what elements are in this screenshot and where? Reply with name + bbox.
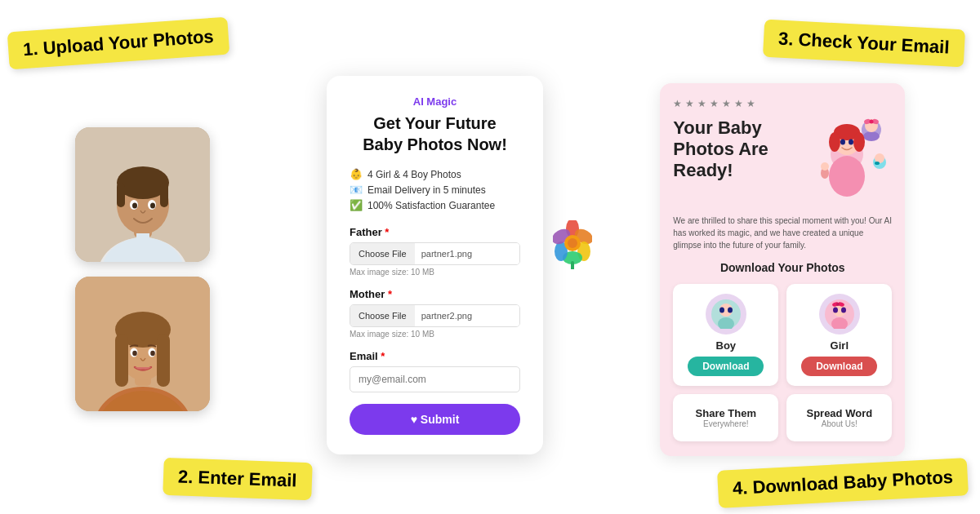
download-grid: Boy Download [673,284,892,441]
flower-decoration [553,220,592,273]
girl-download-btn[interactable]: Download [801,357,877,376]
ai-magic-label: AI Magic [350,95,520,108]
father-label: Father * [350,226,520,238]
spread-sub: About Us! [822,419,858,428]
photos-section [75,127,210,411]
svg-point-34 [568,238,577,248]
form-wrapper: AI Magic Get Your Future Baby Photos Now… [327,76,543,454]
svg-point-67 [836,303,840,306]
svg-point-48 [840,139,845,144]
feature-item-2: 📧 Email Delivery in 5 minutes [350,182,520,197]
svg-point-63 [833,307,838,312]
svg-rect-7 [160,183,168,207]
father-group: Father * Choose File partner1.png Max im… [350,226,520,277]
svg-rect-13 [136,233,149,250]
mother-filename: partner2.png [415,305,519,326]
star-7: ★ [746,98,755,109]
email-icon: 📧 [350,184,363,196]
svg-point-46 [829,132,840,152]
star-3: ★ [697,98,706,109]
boy-icon [706,294,746,335]
step2-label: 2. Enter Email [163,458,312,500]
star-6: ★ [734,98,743,109]
mother-max-size: Max image size: 10 MB [350,330,520,339]
svg-rect-21 [157,334,170,387]
girl-icon [819,294,860,335]
step1-label: 1. Upload Your Photos [7,17,229,70]
svg-point-59 [728,307,733,312]
stars-row: ★ ★ ★ ★ ★ ★ ★ [673,98,892,109]
mother-required: * [388,288,392,300]
father-max-size: Max image size: 10 MB [350,268,520,277]
svg-point-49 [849,139,853,144]
svg-point-11 [150,203,155,209]
feature-item-3: ✅ 100% Satisfaction Guarantee [350,197,520,213]
email-card-title: Your Baby Photos Are Ready! [673,117,793,182]
svg-rect-6 [117,183,125,207]
download-title: Download Your Photos [673,261,892,274]
email-card-top: Your Baby Photos Are Ready! [673,117,892,206]
svg-point-52 [875,162,880,165]
star-5: ★ [722,98,731,109]
email-required: * [381,350,385,362]
spread-item: Spread Word About Us! [786,394,892,441]
father-choose-file-btn[interactable]: Choose File [350,243,415,264]
father-file-input[interactable]: Choose File partner1.png [350,242,520,265]
step3-label: 3. Check Your Email [762,20,964,68]
feature-item-1: 👶 4 Girl & 4 Boy Photos [350,166,520,182]
svg-point-25 [150,351,155,356]
form-title: Get Your Future Baby Photos Now! [350,113,520,155]
share-sub: Everywhere! [703,419,749,428]
feature-text-1: 4 Girl & 4 Boy Photos [368,169,461,180]
father-filename: partner1.png [415,243,519,264]
email-preview-section: ★ ★ ★ ★ ★ ★ ★ Your Baby Photos Are Ready… [660,83,905,456]
baby-illustration [810,117,892,206]
email-card: ★ ★ ★ ★ ★ ★ ★ Your Baby Photos Are Ready… [660,83,905,456]
svg-point-47 [853,132,865,152]
baby-icon: 👶 [350,168,363,180]
feature-text-2: Email Delivery in 5 minutes [368,184,486,196]
star-2: ★ [685,98,694,109]
svg-rect-35 [571,261,574,269]
email-card-body-text: We are thrilled to share this special mo… [673,215,892,251]
svg-rect-20 [115,334,128,387]
girl-label: Girl [793,339,885,352]
email-input[interactable] [350,366,520,392]
feature-text-3: 100% Satisfaction Guarantee [368,200,495,211]
mother-label: Mother * [350,288,520,300]
svg-point-37 [863,131,880,141]
submit-button[interactable]: ♥ Submit [350,404,520,435]
spread-label: Spread Word [806,407,872,419]
mother-file-input[interactable]: Choose File partner2.png [350,304,520,327]
girl-download-item: Girl Download [786,284,892,386]
features-list: 👶 4 Girl & 4 Boy Photos 📧 Email Delivery… [350,166,520,213]
check-icon: ✅ [350,199,363,211]
email-label: Email * [350,350,520,362]
svg-point-58 [719,307,724,312]
share-item: Share Them Everywhere! [673,394,778,441]
svg-point-43 [829,156,865,197]
svg-point-41 [870,119,874,123]
star-1: ★ [673,98,682,109]
svg-point-24 [132,351,137,356]
boy-label: Boy [679,339,772,352]
mother-photo-frame [75,277,210,411]
email-group: Email * [350,350,520,392]
boy-download-item: Boy Download [673,284,778,386]
mother-group: Mother * Choose File partner2.png Max im… [350,288,520,339]
father-required: * [385,226,389,238]
share-label: Share Them [696,407,756,419]
page-wrapper: 1. Upload Your Photos 2. Enter Email 3. … [0,0,980,514]
father-photo-frame [75,127,210,262]
form-card: AI Magic Get Your Future Baby Photos Now… [327,76,543,454]
mother-choose-file-btn[interactable]: Choose File [350,305,415,326]
boy-download-btn[interactable]: Download [688,357,764,376]
svg-point-64 [841,307,846,312]
svg-point-54 [821,162,829,171]
star-4: ★ [710,98,719,109]
svg-point-10 [132,203,137,209]
step4-label: 4. Download Baby Photos [717,458,969,508]
